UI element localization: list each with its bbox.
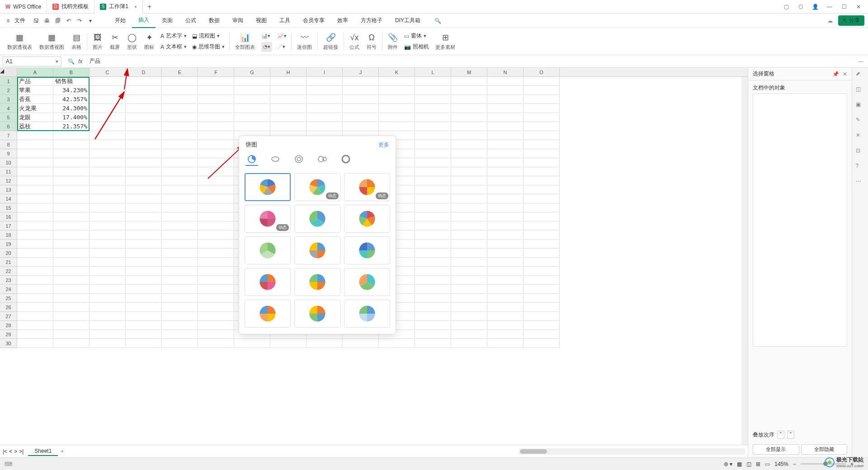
cell[interactable] <box>90 185 126 194</box>
horizontal-scrollbar[interactable] <box>520 449 547 454</box>
cell[interactable] <box>487 221 524 230</box>
cell[interactable] <box>126 267 162 276</box>
sheet-prev-icon[interactable]: < <box>9 448 12 455</box>
wordart-button[interactable]: A艺术字 ▾ <box>160 31 187 41</box>
chart-template-3[interactable]: 动态 <box>245 205 291 233</box>
status-mode-icon[interactable]: ⌨ <box>5 461 12 467</box>
cell[interactable] <box>53 240 90 249</box>
cell[interactable] <box>307 95 343 104</box>
row-header[interactable]: 27 <box>0 312 17 321</box>
cell[interactable] <box>126 221 162 230</box>
menu-tab-4[interactable]: 数据 <box>203 14 226 28</box>
cell[interactable] <box>270 86 307 95</box>
cell[interactable] <box>415 339 451 348</box>
row-header[interactable]: 14 <box>0 194 17 203</box>
row-header[interactable]: 1 <box>0 77 17 86</box>
cell[interactable] <box>17 294 53 303</box>
cell[interactable] <box>524 158 560 167</box>
cell[interactable] <box>415 185 451 194</box>
cell[interactable] <box>343 113 379 122</box>
row-header[interactable]: 10 <box>0 158 17 167</box>
chart-template-14[interactable] <box>344 300 390 328</box>
cell[interactable] <box>53 230 90 240</box>
cell[interactable] <box>126 276 162 285</box>
col-header[interactable]: E <box>162 68 198 76</box>
doughnut-tab[interactable] <box>292 153 305 166</box>
cell[interactable] <box>487 312 524 321</box>
cell[interactable] <box>487 285 524 294</box>
cell[interactable] <box>343 86 379 95</box>
fx-icon[interactable]: fx <box>78 58 82 65</box>
cell[interactable] <box>90 113 126 122</box>
cell[interactable] <box>198 113 234 122</box>
cell[interactable] <box>53 339 90 348</box>
cell[interactable] <box>487 249 524 258</box>
pie-tab[interactable] <box>245 153 258 166</box>
cell[interactable] <box>162 230 198 240</box>
row-header[interactable]: 5 <box>0 113 17 122</box>
cell[interactable] <box>307 122 343 131</box>
cell[interactable] <box>162 267 198 276</box>
cell[interactable] <box>90 131 126 140</box>
cell[interactable] <box>90 285 126 294</box>
cell[interactable] <box>524 185 560 194</box>
cell[interactable] <box>17 303 53 312</box>
cell[interactable] <box>379 104 415 113</box>
cell[interactable] <box>90 267 126 276</box>
cell[interactable] <box>198 176 234 185</box>
cell[interactable] <box>487 176 524 185</box>
cell[interactable]: 销售额 <box>53 77 90 86</box>
cell[interactable] <box>487 158 524 167</box>
cell[interactable] <box>17 185 53 194</box>
cell[interactable] <box>126 194 162 203</box>
cell[interactable] <box>524 212 560 221</box>
textbox-button[interactable]: A文本框 ▾ <box>160 42 187 52</box>
cell[interactable] <box>451 312 487 321</box>
cell[interactable] <box>198 167 234 176</box>
cell[interactable] <box>162 77 198 86</box>
maximize-icon[interactable]: ☐ <box>840 3 848 11</box>
pie3d-tab[interactable] <box>269 153 282 166</box>
chart-template-10[interactable] <box>294 268 340 296</box>
cell[interactable] <box>487 330 524 339</box>
cell[interactable] <box>53 167 90 176</box>
icons-button[interactable]: ✦图标 <box>141 30 158 53</box>
cell[interactable]: 产品 <box>17 77 53 86</box>
cell[interactable] <box>198 77 234 86</box>
chart-template-11[interactable] <box>344 268 390 296</box>
cell[interactable] <box>487 276 524 285</box>
camera-button[interactable]: 📷照相机 <box>404 42 429 52</box>
cell[interactable] <box>415 276 451 285</box>
print-preview-icon[interactable]: 🗐 <box>53 16 62 25</box>
cell[interactable] <box>524 140 560 149</box>
menu-tab-9[interactable]: 效率 <box>331 14 354 28</box>
cell[interactable] <box>379 95 415 104</box>
cell[interactable] <box>415 294 451 303</box>
equation-button[interactable]: √x公式 <box>346 30 363 53</box>
dropdown-icon[interactable]: ▾ <box>86 16 95 25</box>
cell[interactable] <box>90 158 126 167</box>
cell[interactable] <box>415 258 451 267</box>
cell[interactable] <box>524 131 560 140</box>
col-header[interactable]: J <box>343 68 379 76</box>
cell[interactable] <box>487 267 524 276</box>
composite-tab[interactable] <box>316 153 329 166</box>
row-header[interactable]: 26 <box>0 303 17 312</box>
cell[interactable] <box>17 203 53 212</box>
cell[interactable] <box>126 176 162 185</box>
pin-icon[interactable]: 📌 <box>832 71 839 77</box>
row-header[interactable]: 18 <box>0 230 17 240</box>
cell[interactable] <box>270 77 307 86</box>
cell[interactable] <box>487 122 524 131</box>
cell[interactable] <box>451 276 487 285</box>
cell[interactable] <box>234 104 270 113</box>
add-sheet-button[interactable]: + <box>61 448 64 455</box>
row-header[interactable]: 17 <box>0 221 17 230</box>
cell[interactable] <box>53 221 90 230</box>
cell[interactable] <box>234 95 270 104</box>
cell[interactable] <box>524 167 560 176</box>
cell[interactable] <box>487 203 524 212</box>
cell[interactable] <box>451 149 487 158</box>
pivot-chart-button[interactable]: ▦数据透视图 <box>36 30 68 53</box>
cell[interactable] <box>415 149 451 158</box>
